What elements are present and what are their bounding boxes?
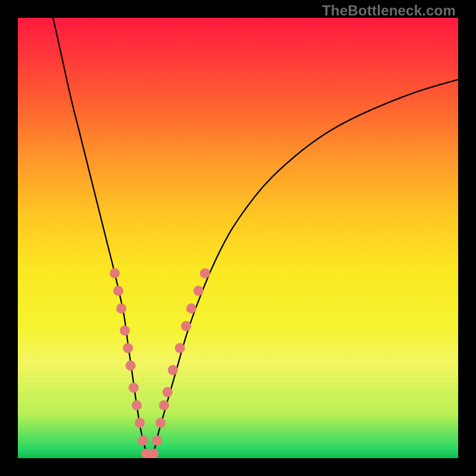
highlight-dot: [181, 321, 191, 331]
plot-area: [18, 18, 458, 458]
highlight-dot: [200, 268, 210, 278]
highlight-dot: [113, 286, 123, 296]
highlight-dot: [109, 268, 120, 278]
highlight-dot: [120, 325, 130, 336]
highlight-dot: [116, 303, 126, 314]
highlight-dot: [193, 286, 203, 296]
highlight-dot: [123, 343, 133, 353]
chart-frame: TheBottleneck.com: [0, 0, 476, 476]
highlight-dot: [126, 361, 136, 371]
highlight-dot: [162, 387, 173, 397]
highlight-dot: [168, 365, 178, 375]
highlight-dot: [155, 418, 165, 428]
highlight-dot: [186, 303, 196, 314]
highlight-dot: [159, 400, 169, 411]
highlight-dot: [152, 436, 162, 446]
curve-layer: [18, 18, 458, 458]
highlight-dot: [129, 383, 139, 393]
highlight-dot: [138, 436, 148, 446]
bottleneck-curve: [53, 18, 458, 458]
highlight-dot: [135, 418, 145, 428]
watermark-text: TheBottleneck.com: [322, 2, 456, 19]
highlight-dot: [131, 400, 142, 411]
highlight-dot: [175, 343, 185, 353]
